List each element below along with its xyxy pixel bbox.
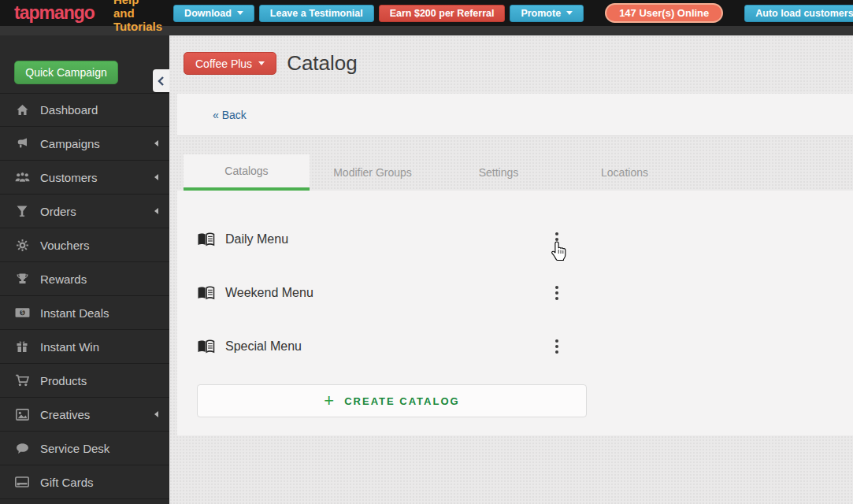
seal-icon [14, 239, 30, 252]
sidebar-item-rewards[interactable]: Rewards [0, 262, 169, 296]
catalog-menu-kebab-icon[interactable] [551, 229, 563, 250]
leave-testimonial-button[interactable]: Leave a Testimonial [259, 5, 374, 22]
sidebar: Quick Campaign Dashboard Campaigns [0, 35, 169, 504]
sidebar-item-creatives[interactable]: Creatives [0, 398, 169, 432]
page-header: Coffee Plus Catalog [169, 35, 853, 76]
sidebar-item-instant-win[interactable]: Instant Win [0, 330, 169, 364]
svg-text:$: $ [20, 309, 24, 316]
chevron-left-icon [158, 76, 165, 86]
sidebar-collapse-toggle[interactable] [153, 69, 169, 92]
users-icon [14, 171, 30, 183]
catalog-menu-kebab-icon[interactable] [551, 336, 563, 357]
users-online-badge[interactable]: 147 User(s) Online [605, 3, 723, 23]
megaphone-icon [14, 137, 30, 150]
topbar-buttons: Download Leave a Testimonial Earn $200 p… [173, 5, 584, 22]
home-icon [14, 104, 30, 117]
sidebar-item-vouchers[interactable]: Vouchers [0, 228, 169, 262]
gift-icon [14, 340, 30, 353]
sidebar-item-customers[interactable]: Customers [0, 161, 169, 195]
catalog-name: Special Menu [225, 339, 302, 354]
chat-icon [14, 443, 30, 454]
submenu-caret-icon [154, 140, 158, 146]
merchant-dropdown-button[interactable]: Coffee Plus [184, 52, 276, 75]
catalog-name: Weekend Menu [225, 286, 313, 300]
banknote-icon: $ [14, 307, 30, 318]
tab-catalogs[interactable]: Catalogs [184, 154, 310, 191]
submenu-caret-icon [154, 208, 158, 214]
catalog-book-icon [197, 232, 215, 247]
catalog-list: Daily Menu Weekend Menu [197, 222, 587, 364]
create-catalog-button[interactable]: + CREATE CATALOG [197, 384, 587, 417]
tab-settings[interactable]: Settings [436, 154, 562, 191]
trophy-icon [14, 272, 30, 285]
promote-button[interactable]: Promote [510, 5, 584, 22]
sidebar-item-campaigns[interactable]: Campaigns [0, 127, 169, 161]
sidebar-item-dashboard[interactable]: Dashboard [0, 93, 169, 127]
page-title: Catalog [287, 51, 358, 76]
auto-load-customers-button[interactable]: Auto load customers [744, 5, 853, 22]
tab-bar: Catalogs Modifier Groups Settings Locati… [177, 154, 853, 191]
catalog-name: Daily Menu [225, 232, 288, 246]
catalog-row-special-menu[interactable]: Special Menu [197, 329, 587, 364]
help-and-tutorials-link[interactable]: Help and Tutorials [113, 0, 162, 33]
back-link[interactable]: « Back [213, 109, 247, 121]
cart-icon [14, 374, 30, 387]
top-navbar: tapmango Help and Tutorials Download Lea… [0, 0, 853, 26]
main-content: Coffee Plus Catalog « Back Catalogs Modi… [169, 35, 853, 504]
catalog-menu-kebab-icon[interactable] [551, 283, 563, 303]
caret-down-icon [258, 61, 265, 65]
catalog-row-daily-menu[interactable]: Daily Menu [197, 222, 587, 257]
referral-button[interactable]: Earn $200 per Referral [379, 5, 506, 22]
sidebar-item-orders[interactable]: Orders [0, 195, 169, 228]
catalogs-panel: Daily Menu Weekend Menu [177, 191, 853, 435]
tab-modifier-groups[interactable]: Modifier Groups [310, 154, 436, 191]
back-panel: « Back [177, 94, 853, 136]
funnel-icon [14, 205, 30, 217]
quick-campaign-button[interactable]: Quick Campaign [14, 61, 118, 84]
caret-down-icon [566, 11, 573, 15]
catalog-row-weekend-menu[interactable]: Weekend Menu [197, 276, 587, 310]
sidebar-item-gift-cards[interactable]: Gift Cards [0, 465, 169, 499]
catalog-book-icon [197, 339, 215, 354]
card-icon [14, 476, 30, 487]
submenu-caret-icon [154, 411, 158, 417]
submenu-caret-icon [154, 174, 158, 180]
image-icon [14, 409, 30, 421]
sidebar-item-service-desk[interactable]: Service Desk [0, 432, 169, 465]
plus-icon: + [324, 392, 334, 410]
sidebar-item-instant-deals[interactable]: $ Instant Deals [0, 296, 169, 330]
download-button[interactable]: Download [173, 5, 254, 22]
tab-locations[interactable]: Locations [562, 154, 688, 191]
catalog-book-icon [197, 286, 215, 301]
sidebar-item-products[interactable]: Products [0, 364, 169, 398]
caret-down-icon [237, 11, 243, 15]
sidebar-nav: Dashboard Campaigns Customers [0, 93, 169, 499]
tapmango-logo[interactable]: tapmango [14, 2, 95, 24]
